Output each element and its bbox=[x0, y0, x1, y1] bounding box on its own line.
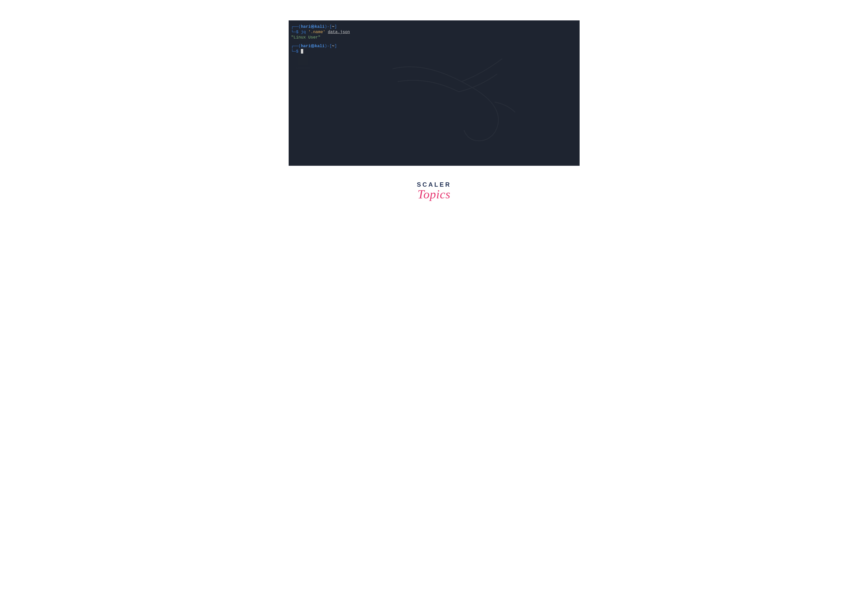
desktop-icon-label: CherryTree bbox=[296, 66, 310, 69]
command-filter: '.name' bbox=[308, 30, 325, 34]
terminal-window[interactable]: Home CherryTree ┌──(hari㉿kali)-[~] └─$ j… bbox=[289, 21, 580, 166]
prompt-path: ~ bbox=[332, 24, 335, 29]
terminal-cursor bbox=[301, 49, 303, 53]
command-output: "Linux User" bbox=[291, 35, 577, 40]
command-filename: data.json bbox=[328, 30, 350, 34]
prompt-line-top: ┌──(hari㉿kali)-[~] bbox=[291, 44, 577, 49]
skull-separator-icon: ㉿ bbox=[311, 24, 315, 29]
prompt-user: hari bbox=[301, 44, 311, 49]
command-block-1: ┌──(hari㉿kali)-[~] └─$ jq '.name' data.j… bbox=[291, 24, 577, 40]
prompt-line-bottom: └─$ jq '.name' data.json bbox=[291, 30, 577, 35]
command-block-2: ┌──(hari㉿kali)-[~] └─$ bbox=[291, 44, 577, 54]
scaler-topics-logo: SCALER Topics bbox=[417, 181, 451, 201]
prompt-path: ~ bbox=[332, 44, 335, 49]
logo-text-topics: Topics bbox=[418, 187, 451, 201]
terminal-content-area[interactable]: ┌──(hari㉿kali)-[~] └─$ jq '.name' data.j… bbox=[289, 21, 580, 62]
prompt-line-top: ┌──(hari㉿kali)-[~] bbox=[291, 24, 577, 30]
prompt-host: kali bbox=[315, 44, 325, 49]
prompt-user: hari bbox=[301, 24, 311, 29]
prompt-host: kali bbox=[315, 24, 325, 29]
command-binary: jq bbox=[301, 30, 306, 34]
prompt-line-bottom[interactable]: └─$ bbox=[291, 49, 577, 54]
skull-separator-icon: ㉿ bbox=[311, 44, 315, 49]
